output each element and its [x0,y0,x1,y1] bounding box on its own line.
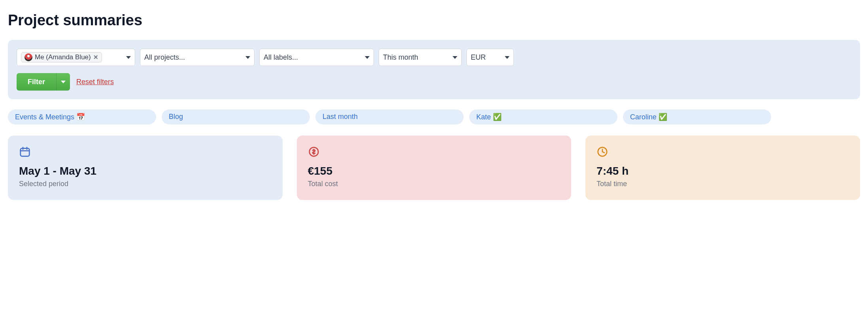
user-chip-label: Me (Amanda Blue) [35,53,91,61]
clock-icon [596,146,849,158]
saved-filter-pill[interactable]: Last month [315,109,464,124]
chevron-down-icon [453,56,457,59]
saved-filter-pill[interactable]: Blog [162,109,310,124]
period-label: Selected period [19,180,272,188]
projects-select-label: All projects... [144,53,185,62]
saved-filter-pill[interactable]: Caroline ✅ [623,109,771,124]
avatar-icon [25,53,32,61]
calendar-icon [19,146,272,158]
svg-rect-0 [21,148,30,156]
chevron-down-icon [245,56,250,59]
chevron-down-icon [505,56,509,59]
chevron-down-icon [126,56,131,59]
filter-row: Me (Amanda Blue) ✕ All projects... All l… [17,49,851,66]
user-select[interactable]: Me (Amanda Blue) ✕ [17,49,135,66]
user-chip[interactable]: Me (Amanda Blue) ✕ [21,52,102,62]
period-value: May 1 - May 31 [19,165,272,177]
money-icon [308,146,560,158]
filter-button-group: Filter [17,73,70,90]
page-title: Project summaries [8,12,860,29]
currency-select[interactable]: EUR [466,49,514,66]
period-select[interactable]: This month [379,49,462,66]
cost-card: €155 Total cost [297,136,572,200]
time-value: 7:45 h [596,165,849,177]
period-card: May 1 - May 31 Selected period [8,136,283,200]
filter-panel: Me (Amanda Blue) ✕ All projects... All l… [8,40,860,99]
time-card: 7:45 h Total time [585,136,860,200]
chevron-down-icon [61,81,66,83]
time-label: Total time [596,180,849,188]
cost-label: Total cost [308,180,560,188]
cost-value: €155 [308,165,560,177]
saved-filters-row: Events & Meetings 📅 Blog Last month Kate… [8,109,860,124]
labels-select-label: All labels... [264,53,298,62]
filter-button[interactable]: Filter [17,73,57,90]
projects-select[interactable]: All projects... [140,49,255,66]
remove-chip-icon[interactable]: ✕ [93,54,98,61]
chevron-down-icon [365,56,370,59]
saved-filter-pill[interactable]: Events & Meetings 📅 [8,109,156,124]
period-select-label: This month [383,53,418,62]
reset-filters-link[interactable]: Reset filters [76,78,114,86]
currency-select-label: EUR [471,53,486,62]
saved-filter-pill[interactable]: Kate ✅ [469,109,617,124]
labels-select[interactable]: All labels... [259,49,374,66]
filter-button-dropdown[interactable] [57,73,70,90]
summary-cards: May 1 - May 31 Selected period €155 Tota… [8,136,860,200]
filter-action-row: Filter Reset filters [17,73,851,90]
